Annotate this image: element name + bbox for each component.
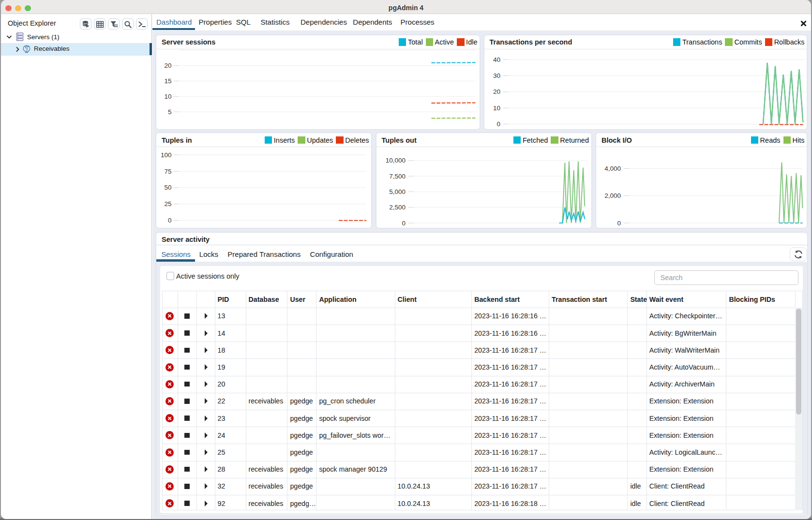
svg-text:10,000: 10,000 <box>385 157 405 164</box>
svg-text:15: 15 <box>165 77 172 85</box>
svg-text:25: 25 <box>165 200 172 208</box>
svg-text:50: 50 <box>165 184 172 191</box>
svg-text:2,000: 2,000 <box>604 192 621 199</box>
svg-text:5,000: 5,000 <box>389 188 406 195</box>
svg-text:0: 0 <box>402 220 406 227</box>
svg-text:0: 0 <box>168 217 172 224</box>
svg-text:0: 0 <box>496 120 500 128</box>
svg-text:10: 10 <box>493 104 500 111</box>
svg-text:2,500: 2,500 <box>389 204 406 211</box>
svg-text:30: 30 <box>493 72 500 79</box>
svg-text:10: 10 <box>165 92 172 100</box>
svg-text:75: 75 <box>165 168 172 175</box>
svg-text:40: 40 <box>493 56 500 63</box>
svg-text:20: 20 <box>165 62 172 69</box>
svg-text:7,500: 7,500 <box>389 173 406 180</box>
svg-text:20: 20 <box>493 88 500 95</box>
svg-text:4,000: 4,000 <box>604 165 621 172</box>
svg-text:0: 0 <box>617 220 621 227</box>
svg-text:100: 100 <box>161 151 172 159</box>
svg-text:5: 5 <box>168 108 172 115</box>
